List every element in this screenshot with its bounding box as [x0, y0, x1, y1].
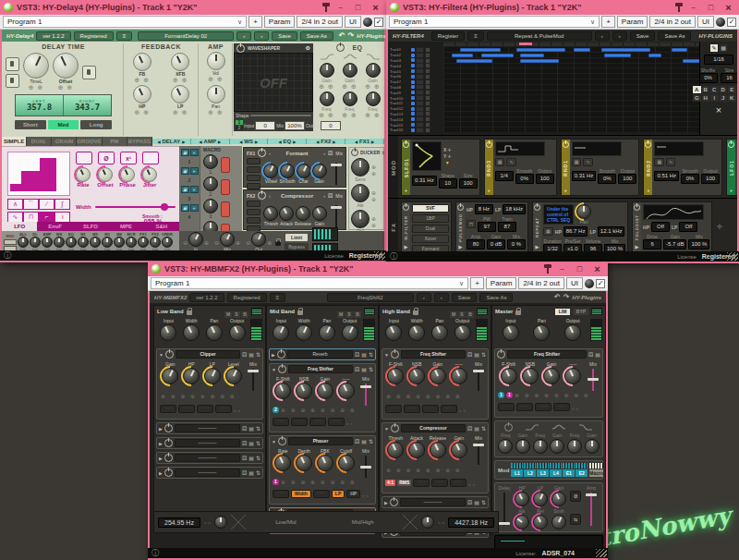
mix-value[interactable]: 100% [285, 121, 305, 130]
freq-shifter-title[interactable]: Freq Shifter [507, 350, 587, 359]
input-value[interactable]: 0 [255, 121, 275, 130]
seq-note-bar[interactable] [456, 59, 492, 63]
high-shelf-icon[interactable] [578, 423, 593, 432]
eq-gain-knob[interactable] [550, 439, 564, 454]
seq-note-bar[interactable] [574, 48, 590, 52]
mod-slot-icons[interactable]: ⊕ ⊕ [342, 83, 357, 91]
ratio-badge[interactable]: 4:1 [385, 480, 395, 486]
train-value[interactable]: 87 [498, 222, 516, 232]
mod-slot-icons[interactable]: ⊕ ⊕ [319, 112, 334, 119]
matrix-knob[interactable] [114, 237, 125, 248]
copy-icon[interactable] [248, 352, 254, 358]
pattern-bank-button[interactable]: E [728, 86, 736, 93]
comp-knob[interactable] [408, 442, 425, 458]
delay-range-button[interactable]: Long [80, 120, 112, 129]
add-icon[interactable]: + [405, 188, 407, 193]
pattern-bank-button[interactable]: G [693, 94, 701, 102]
minus-icon[interactable]: ⊖ [246, 239, 250, 246]
seq-grid[interactable] [443, 47, 704, 133]
add-program-button[interactable]: + [601, 16, 615, 28]
midi-note-icon[interactable] [411, 128, 415, 132]
amp-value[interactable]: 80 [466, 239, 485, 250]
speed-value[interactable]: x1.0 [563, 244, 582, 251]
phaser-knob[interactable] [274, 455, 291, 471]
rnd2-rate[interactable]: 0.51 Hz [654, 171, 679, 181]
gear-icon[interactable]: ⚙ [306, 45, 310, 51]
seq-note-bar[interactable] [648, 54, 661, 57]
env-attack-knob[interactable] [515, 515, 529, 530]
power-icon[interactable] [563, 141, 569, 148]
filter-type-option[interactable]: 1BP [412, 214, 449, 223]
drive-value[interactable]: 6 [643, 239, 661, 250]
fx-slot-empty[interactable]: ------------ [156, 467, 263, 479]
freq-shifter-header[interactable]: Freq Shifter [270, 364, 375, 374]
mod-source-button[interactable] [535, 403, 551, 411]
macro-knob[interactable] [203, 154, 218, 169]
ducker-knob[interactable] [351, 158, 370, 177]
power-icon[interactable] [391, 350, 399, 359]
mod-source-button[interactable] [431, 479, 448, 487]
wave-mode-icon[interactable]: ∿ [583, 158, 592, 166]
mod-slot-icons[interactable]: ⊕⊕ [371, 215, 377, 228]
out-knob[interactable] [188, 232, 203, 247]
macro-assign-button[interactable] [221, 179, 230, 195]
mod-source-button[interactable] [309, 418, 326, 426]
seq-note-bar[interactable] [481, 54, 514, 57]
high-shelf-icon[interactable] [366, 53, 381, 61]
compressor-header[interactable]: Compressor [382, 423, 488, 433]
grid-icon[interactable]: ▦ [720, 44, 727, 52]
lock-icon[interactable] [515, 310, 521, 315]
bypass-button[interactable]: BYP [574, 309, 588, 315]
preset-name[interactable]: FreqShift2 [327, 293, 414, 302]
midi-note-icon[interactable] [411, 107, 415, 111]
wave-mode-icon[interactable]: ∿ [666, 158, 675, 166]
rnd2-label-bar[interactable]: RND2+ [644, 140, 652, 195]
power-icon[interactable] [486, 141, 492, 148]
dropdown-icon[interactable]: ▼ [445, 160, 450, 165]
low-crossover-knob[interactable] [214, 516, 227, 529]
save-button[interactable]: Save [272, 31, 297, 41]
repeat-module[interactable]: REPEAT▶ Under the control of CTRL SEQ Pa… [532, 201, 628, 251]
copy-icon[interactable] [595, 352, 600, 358]
mod-source-button[interactable] [160, 405, 176, 413]
eq-power-icon[interactable] [336, 43, 345, 52]
pattern-bank-button[interactable]: J [720, 94, 728, 102]
add-icon[interactable]: + [488, 188, 491, 193]
pin-icon[interactable] [675, 3, 683, 12]
pulsemod-module[interactable]: PULSEMOD▶ HP8 Hz LP18 kHz ⊓ PW97 Train87 [455, 201, 528, 251]
rnd1-rate[interactable]: 0.31 Hz [572, 171, 597, 181]
next-preset-button[interactable]: › [254, 31, 269, 41]
mod-source-select[interactable]: L2 [524, 463, 536, 477]
matrix-column[interactable]: M2 100 [90, 232, 101, 250]
band-msb-button[interactable]: S [345, 311, 353, 318]
expand-icon[interactable]: ⇆ [382, 150, 384, 155]
band-knob[interactable] [408, 324, 425, 341]
io-config-button[interactable]: 2/4 in 2 out [297, 16, 343, 28]
seq-note-bar[interactable] [516, 48, 565, 52]
phaser-knob[interactable] [296, 455, 312, 471]
add-icon[interactable]: + [647, 188, 649, 193]
mbmfx-titlebar[interactable]: VST3: HY-MBMFX2 (HY-Plugins) - Track 1 "… [148, 262, 608, 276]
mod-assign-row[interactable] [281, 407, 372, 413]
pattern-bank-button[interactable]: L [737, 94, 738, 102]
mod-source-button[interactable] [178, 405, 195, 413]
mod-source-select[interactable]: L4 [550, 463, 562, 477]
bell-icon[interactable] [343, 53, 357, 61]
maximize-button[interactable] [704, 3, 718, 12]
collapse-icon[interactable] [384, 426, 389, 432]
mid-high-label[interactable]: Mid/High [326, 519, 399, 525]
pattern-bank-button[interactable]: I [710, 94, 719, 102]
mfilter-label-bar[interactable]: M-FILTER▶ [402, 202, 410, 251]
seq-note-bar[interactable] [452, 54, 473, 57]
ducker-knob[interactable] [351, 210, 370, 228]
pattern-bank-button[interactable]: D [720, 86, 728, 93]
fs-knob[interactable] [274, 383, 291, 399]
matrix-column[interactable]: DL 100 [30, 232, 41, 250]
sync-mode-icon[interactable] [6, 57, 19, 71]
mod-slot-icons[interactable]: ⊕ ⊕ [173, 109, 188, 116]
mix-slider[interactable] [587, 368, 600, 392]
repeat-label-bar[interactable]: REPEAT▶ [533, 202, 541, 251]
gain-value[interactable]: -5.7 dB [663, 239, 686, 250]
add-program-button[interactable]: + [248, 16, 262, 28]
freq-shifter-title[interactable]: Freq Shifter [401, 350, 466, 359]
